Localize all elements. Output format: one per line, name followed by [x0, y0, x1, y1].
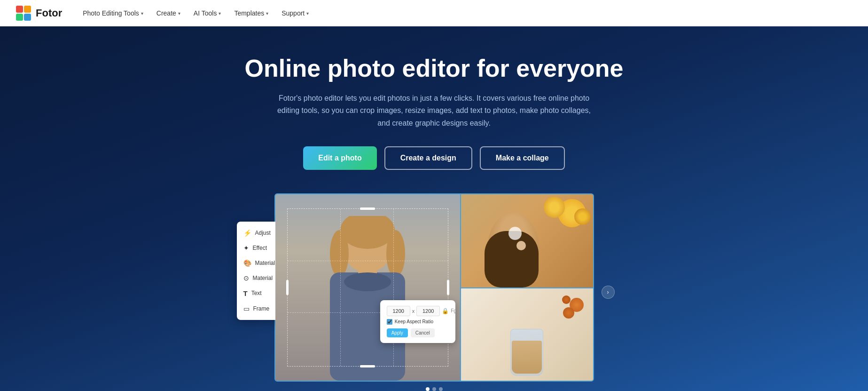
nav-items: Photo Editing Tools ▾ Create ▾ AI Tools …	[77, 7, 853, 20]
hero-title: Online photo editor for everyone	[9, 55, 859, 83]
resize-height-input[interactable]	[416, 306, 440, 316]
resize-cancel-button[interactable]: Cancel	[411, 328, 435, 337]
effect-icon: ✦	[243, 244, 249, 252]
demo-container: ‹ ⚡ Adjust ✦ Effect 🎨 Material ⊙ Materia…	[9, 193, 859, 391]
nav-item-support[interactable]: Support ▾	[276, 7, 314, 20]
keep-ratio-row: Keep Aspect Ratio	[387, 319, 449, 325]
edit-photo-button[interactable]: Edit a photo	[303, 146, 376, 170]
svg-rect-4	[24, 14, 31, 21]
resize-unit: Fg	[451, 308, 456, 313]
sunflower-3	[574, 208, 591, 225]
keep-ratio-label: Keep Aspect Ratio	[395, 319, 433, 324]
indicator-dot-3[interactable]	[439, 387, 443, 391]
chevron-down-icon: ▾	[141, 11, 143, 16]
logo-link[interactable]: Fotor	[15, 5, 62, 22]
frame-icon: ▭	[243, 305, 250, 312]
svg-point-8	[386, 230, 405, 277]
sunflower-2	[544, 197, 565, 218]
material-icon-1: 🎨	[243, 259, 251, 267]
demo-wrapper: ‹ ⚡ Adjust ✦ Effect 🎨 Material ⊙ Materia…	[274, 193, 594, 391]
chevron-down-icon: ▾	[266, 11, 268, 16]
resize-width-input[interactable]	[387, 306, 410, 316]
nav-item-ai-tools[interactable]: AI Tools ▾	[188, 7, 227, 20]
chevron-down-icon: ▾	[219, 11, 221, 16]
resize-dimensions-row: x 🔒 Fg	[387, 306, 449, 316]
svg-rect-1	[16, 6, 23, 13]
logo-text: Fotor	[36, 7, 62, 19]
hero-buttons: Edit a photo Create a design Make a coll…	[9, 146, 859, 170]
lock-icon: 🔒	[442, 308, 449, 314]
nav-item-templates[interactable]: Templates ▾	[228, 7, 274, 20]
navbar: Fotor Photo Editing Tools ▾ Create ▾ AI …	[0, 0, 868, 26]
text-icon: T	[243, 289, 248, 297]
chevron-down-icon: ▾	[178, 11, 180, 16]
collage-panel	[460, 194, 593, 381]
svg-rect-2	[24, 6, 31, 13]
resize-apply-button[interactable]: Apply	[387, 328, 408, 337]
resize-x-separator: x	[412, 308, 415, 314]
nav-item-photo-editing[interactable]: Photo Editing Tools ▾	[77, 7, 149, 20]
svg-rect-3	[16, 14, 23, 21]
fruit-3	[562, 295, 571, 304]
resize-buttons: Apply Cancel	[387, 328, 449, 337]
resize-dialog: x 🔒 Fg Keep Aspect Ratio Apply Cancel	[380, 300, 455, 343]
person-svg	[306, 216, 429, 381]
svg-point-7	[330, 230, 349, 277]
editor-panel: x 🔒 Fg Keep Aspect Ratio Apply Cancel	[275, 194, 460, 381]
collage-bottom-image	[461, 287, 593, 381]
hero-description: Fotor's photo editor lets you edit photo…	[274, 92, 594, 129]
carousel-indicators	[274, 387, 594, 391]
indicator-dot-2[interactable]	[432, 387, 436, 391]
create-design-button[interactable]: Create a design	[384, 146, 472, 170]
material-icon-2: ⊙	[243, 274, 249, 282]
demo-frame: x 🔒 Fg Keep Aspect Ratio Apply Cancel	[274, 193, 594, 382]
svg-point-11	[344, 272, 391, 291]
liquid-shape	[512, 341, 542, 374]
carousel-next-button[interactable]: ›	[602, 286, 615, 299]
nav-item-create[interactable]: Create ▾	[151, 7, 186, 20]
adjust-icon: ⚡	[243, 229, 251, 237]
collage-top-image	[461, 194, 593, 287]
face-overlay-2	[516, 241, 526, 250]
indicator-dot-1[interactable]	[426, 387, 430, 391]
hair-shape	[485, 231, 539, 287]
chevron-down-icon: ▾	[306, 11, 309, 16]
face-overlay-1	[508, 227, 522, 240]
hero-section: Online photo editor for everyone Fotor's…	[0, 26, 868, 391]
keep-ratio-checkbox[interactable]	[387, 319, 392, 325]
fotor-logo-icon	[15, 5, 32, 22]
make-collage-button[interactable]: Make a collage	[480, 146, 565, 170]
fruit-2	[563, 307, 574, 319]
